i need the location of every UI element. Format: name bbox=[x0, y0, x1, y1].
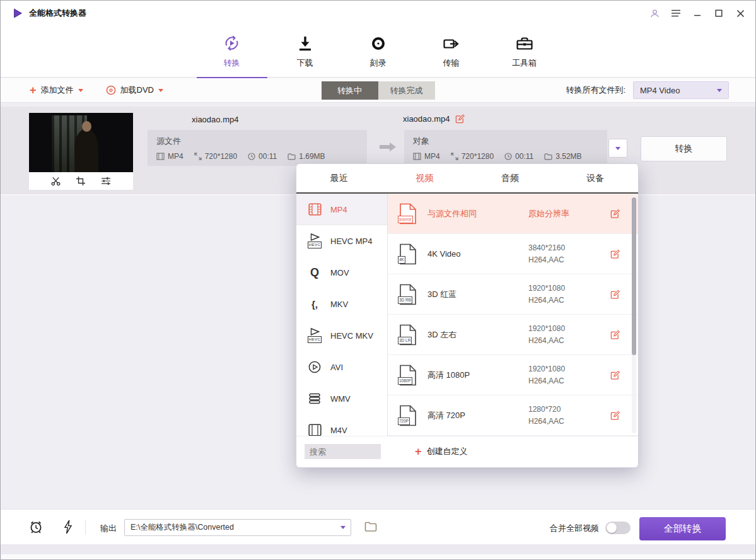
format-item-mp4[interactable]: MP4 bbox=[296, 194, 387, 225]
preset-row-3d-leftright[interactable]: 3D LR 3D 左右 1920*1080H264,AAC bbox=[388, 315, 638, 355]
nav-tab-transfer[interactable]: 传输 bbox=[433, 34, 470, 78]
preset-name: 与源文件相同 bbox=[427, 208, 528, 219]
preset-badge: source bbox=[398, 216, 413, 223]
popup-tabs: 最近 视频 音频 设备 bbox=[296, 164, 638, 194]
preset-name: 3D 红蓝 bbox=[427, 289, 528, 300]
tab-converting[interactable]: 转换中 bbox=[322, 81, 378, 100]
edit-preset-icon[interactable] bbox=[610, 289, 620, 299]
nav-tab-convert[interactable]: 转换 bbox=[213, 34, 251, 78]
schedule-icon[interactable] bbox=[29, 520, 43, 534]
merge-videos-label: 合并全部视频 bbox=[550, 523, 599, 534]
account-icon[interactable] bbox=[648, 7, 661, 20]
popup-tab-device[interactable]: 设备 bbox=[553, 164, 639, 192]
convert-arrow-icon bbox=[378, 141, 397, 153]
source-file-name: xiaodao.mp4 bbox=[192, 115, 238, 124]
preset-file-icon: 3D LR bbox=[399, 324, 417, 346]
app-logo-icon bbox=[12, 8, 23, 19]
format-item-avi[interactable]: AVI bbox=[296, 351, 387, 383]
mov-icon: Q bbox=[307, 266, 322, 279]
edit-preset-icon[interactable] bbox=[610, 330, 620, 339]
edit-preset-icon[interactable] bbox=[610, 209, 620, 218]
search-input[interactable] bbox=[305, 444, 381, 459]
source-duration: 00:11 bbox=[259, 152, 277, 161]
edit-preset-icon[interactable] bbox=[610, 370, 620, 380]
preset-file-icon: source bbox=[399, 203, 417, 225]
convert-icon bbox=[223, 34, 240, 52]
load-dvd-button[interactable]: 加载DVD bbox=[106, 85, 163, 96]
preset-file-icon: 4K bbox=[399, 243, 417, 265]
thumbnail-image[interactable] bbox=[29, 113, 133, 172]
trim-icon[interactable] bbox=[51, 177, 61, 186]
performance-icon[interactable] bbox=[64, 520, 73, 534]
convert-to-label: 转换所有文件到: bbox=[566, 85, 625, 96]
nav-tab-download[interactable]: 下载 bbox=[286, 34, 324, 78]
preset-row-same-as-source[interactable]: source 与源文件相同 原始分辨率 bbox=[388, 194, 638, 234]
nav-label-burn: 刻录 bbox=[370, 57, 387, 69]
m4v-icon bbox=[307, 424, 322, 436]
output-path-field[interactable] bbox=[124, 519, 351, 536]
source-format: MP4 bbox=[168, 152, 183, 161]
preset-name: 4K Video bbox=[427, 249, 528, 259]
preset-row-4k[interactable]: 4K 4K Video 3840*2160H264,AAC bbox=[388, 234, 638, 274]
format-icon bbox=[156, 153, 165, 160]
target-size: 3.52MB bbox=[555, 152, 581, 161]
preset-codec: H264,AAC bbox=[528, 376, 565, 385]
format-item-wmv[interactable]: WMV bbox=[296, 383, 387, 414]
nav-tab-burn[interactable]: 刻录 bbox=[359, 34, 397, 78]
edit-preset-icon[interactable] bbox=[610, 411, 620, 420]
add-files-button[interactable]: + 添加文件 bbox=[30, 85, 83, 96]
toolbox-icon bbox=[516, 34, 533, 52]
nav-tab-toolbox[interactable]: 工具箱 bbox=[506, 34, 544, 78]
popup-tab-recent[interactable]: 最近 bbox=[296, 164, 382, 192]
merge-toggle[interactable] bbox=[605, 522, 631, 534]
format-dropdown-button[interactable] bbox=[608, 139, 627, 158]
maximize-button[interactable] bbox=[712, 7, 725, 20]
format-item-label: MOV bbox=[330, 268, 349, 277]
plus-icon: + bbox=[415, 447, 422, 456]
load-dvd-label: 加载DVD bbox=[120, 85, 154, 96]
scrollbar-thumb[interactable] bbox=[632, 197, 636, 355]
avi-icon bbox=[307, 361, 322, 373]
effects-icon[interactable] bbox=[101, 177, 111, 185]
path-dropdown-caret-icon[interactable] bbox=[335, 520, 351, 535]
preset-name: 高清 720P bbox=[427, 410, 528, 421]
minimize-button[interactable] bbox=[691, 7, 704, 20]
preset-resolution: 1920*1080 bbox=[528, 365, 565, 373]
output-format-select[interactable]: MP4 Video bbox=[633, 81, 729, 99]
app-title: 全能格式转换器 bbox=[29, 8, 86, 19]
load-dvd-caret-icon[interactable] bbox=[158, 89, 163, 92]
convert-file-button[interactable]: 转换 bbox=[641, 136, 727, 161]
source-size: 1.69MB bbox=[299, 152, 325, 161]
edit-preset-icon[interactable] bbox=[610, 249, 620, 259]
scrollbar[interactable] bbox=[632, 195, 636, 433]
convert-all-button[interactable]: 全部转换 bbox=[639, 517, 726, 540]
preset-codec: H264,AAC bbox=[528, 336, 565, 345]
preset-resolution: 1280*720 bbox=[528, 405, 564, 414]
format-item-mkv[interactable]: {, MKV bbox=[296, 288, 387, 320]
create-custom-button[interactable]: + 创建自定义 bbox=[415, 436, 468, 467]
preset-badge: 3D RB bbox=[398, 296, 412, 303]
add-files-caret-icon[interactable] bbox=[78, 89, 83, 92]
close-button[interactable] bbox=[734, 7, 747, 20]
preset-resolution: 1920*1080 bbox=[528, 324, 565, 333]
toolbar: + 添加文件 加载DVD 转换中 转换完成 转换所有文件到: MP4 Video bbox=[1, 78, 755, 103]
preset-row-hd-720p[interactable]: 720P 高清 720P 1280*720H264,AAC bbox=[388, 395, 638, 436]
format-item-hevc-mp4[interactable]: HEVC HEVC MP4 bbox=[296, 225, 387, 257]
format-item-hevc-mkv[interactable]: HEVC HEVC MKV bbox=[296, 320, 387, 351]
preset-row-3d-redblue[interactable]: 3D RB 3D 红蓝 1920*1080H264,AAC bbox=[388, 274, 638, 315]
popup-tab-audio[interactable]: 音频 bbox=[467, 164, 553, 192]
popup-tab-video[interactable]: 视频 bbox=[382, 164, 468, 192]
format-item-mov[interactable]: Q MOV bbox=[296, 257, 387, 288]
menu-icon[interactable] bbox=[670, 7, 682, 20]
format-item-m4v[interactable]: M4V bbox=[296, 414, 387, 436]
bottom-bar: 输出 合并全部视频 全部转换 bbox=[1, 509, 755, 544]
dvd-icon bbox=[106, 85, 116, 95]
titlebar: 全能格式转换器 bbox=[1, 1, 755, 26]
preset-row-hd-1080p[interactable]: 1080P 高清 1080P 1920*1080H264,AAC bbox=[388, 355, 638, 395]
open-folder-icon[interactable] bbox=[364, 522, 377, 532]
edit-name-icon[interactable] bbox=[455, 114, 465, 124]
crop-icon[interactable] bbox=[76, 177, 85, 185]
nav-label-download: 下载 bbox=[297, 57, 313, 69]
output-path-input[interactable] bbox=[125, 523, 335, 532]
tab-finished[interactable]: 转换完成 bbox=[378, 81, 435, 100]
